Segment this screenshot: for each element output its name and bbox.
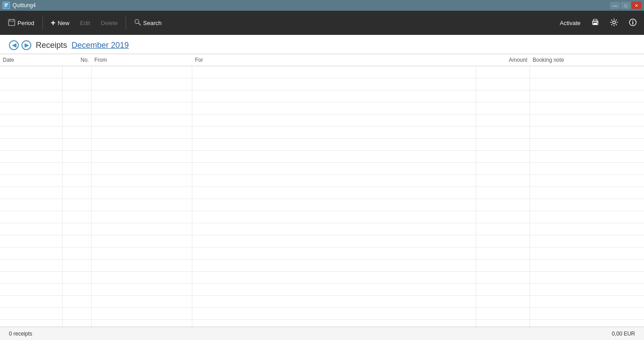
table-cell [192, 151, 476, 162]
table-cell [63, 90, 92, 102]
activate-button[interactable]: Activate [556, 14, 584, 31]
table-header: Date No. From For Amount Booking note [0, 54, 644, 66]
table-cell [476, 163, 530, 174]
new-icon: + [51, 18, 56, 28]
table-row[interactable] [0, 308, 644, 320]
print-button[interactable] [588, 14, 603, 31]
table-row[interactable] [0, 102, 644, 115]
table-cell [530, 127, 644, 138]
svg-rect-1 [4, 4, 8, 4]
table-cell [92, 102, 192, 114]
table-cell [192, 259, 476, 271]
table-row[interactable] [0, 187, 644, 199]
table-cell [192, 247, 476, 259]
table-cell [63, 175, 92, 187]
table-row[interactable] [0, 284, 644, 296]
table-cell [476, 127, 530, 138]
table-cell [530, 296, 644, 307]
table-cell [192, 211, 476, 223]
table-body [0, 66, 644, 327]
table-cell [192, 127, 476, 138]
table-row[interactable] [0, 259, 644, 272]
delete-button[interactable]: Delete [97, 14, 123, 31]
table-cell [92, 259, 192, 271]
period-link[interactable]: December 2019 [72, 41, 129, 50]
table-cell [92, 308, 192, 319]
table-cell [0, 115, 63, 126]
table-row[interactable] [0, 66, 644, 78]
table-cell [476, 199, 530, 211]
table-row[interactable] [0, 115, 644, 127]
table-row[interactable] [0, 151, 644, 163]
table-cell [63, 66, 92, 78]
table-cell [92, 223, 192, 235]
table-cell [192, 223, 476, 235]
table-cell [476, 115, 530, 126]
back-button[interactable]: ◀ [9, 40, 19, 50]
table-cell [63, 284, 92, 295]
minimize-button[interactable]: — [610, 2, 620, 9]
settings-button[interactable] [606, 14, 622, 31]
table-cell [63, 296, 92, 307]
maximize-button[interactable]: □ [621, 2, 631, 9]
table-cell [530, 272, 644, 283]
forward-button[interactable]: ▶ [21, 40, 31, 50]
table-cell [0, 320, 63, 327]
col-booking-note: Booking note [530, 56, 644, 64]
table-row[interactable] [0, 223, 644, 235]
table-cell [476, 284, 530, 295]
period-button[interactable]: Period [4, 14, 39, 31]
table-cell [476, 320, 530, 327]
toolbar-right: Activate [556, 14, 640, 31]
table-cell [0, 259, 63, 271]
new-button[interactable]: + New [47, 14, 74, 31]
table-cell [92, 235, 192, 247]
info-button[interactable] [625, 14, 640, 31]
close-button[interactable]: ✕ [631, 2, 641, 9]
table-cell [0, 235, 63, 247]
table-row[interactable] [0, 139, 644, 151]
edit-label: Edit [80, 20, 90, 26]
table-row[interactable] [0, 163, 644, 175]
new-label: New [58, 20, 69, 26]
table-cell [0, 296, 63, 307]
table-cell [530, 259, 644, 271]
period-icon [8, 19, 15, 27]
separator-1 [42, 16, 43, 30]
table-row[interactable] [0, 272, 644, 284]
table-cell [0, 272, 63, 283]
table-row[interactable] [0, 127, 644, 139]
title-bar: Quittung4 — □ ✕ [0, 0, 644, 11]
table-cell [0, 175, 63, 187]
table-row[interactable] [0, 247, 644, 259]
table-cell [63, 151, 92, 162]
table-cell [530, 187, 644, 199]
table-cell [476, 187, 530, 199]
table-cell [92, 284, 192, 295]
table-cell [530, 78, 644, 90]
table-row[interactable] [0, 175, 644, 187]
table-cell [476, 272, 530, 283]
table-cell [530, 139, 644, 150]
table-row[interactable] [0, 199, 644, 211]
table-cell [63, 78, 92, 90]
table-cell [530, 308, 644, 319]
search-button[interactable]: Search [130, 14, 166, 31]
edit-button[interactable]: Edit [76, 14, 94, 31]
table-cell [63, 199, 92, 211]
table-cell [530, 163, 644, 174]
table-cell [476, 211, 530, 223]
table-cell [192, 90, 476, 102]
table-row[interactable] [0, 90, 644, 102]
table-cell [476, 247, 530, 259]
table-cell [192, 284, 476, 295]
table-cell [92, 115, 192, 126]
table-row[interactable] [0, 296, 644, 308]
table-cell [192, 78, 476, 90]
col-amount: Amount [476, 56, 530, 64]
table-cell [63, 223, 92, 235]
table-row[interactable] [0, 235, 644, 247]
table-row[interactable] [0, 320, 644, 327]
table-row[interactable] [0, 78, 644, 90]
table-row[interactable] [0, 211, 644, 223]
